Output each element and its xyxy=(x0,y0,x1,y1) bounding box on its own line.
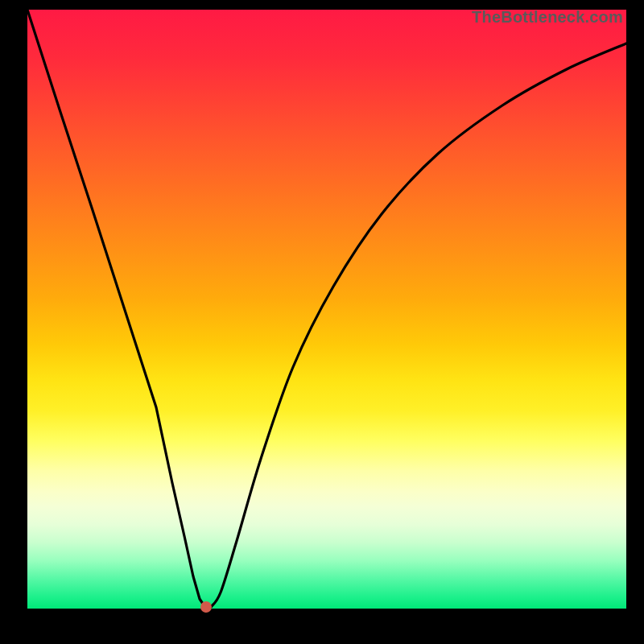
chart-root: TheBottleneck.com xyxy=(0,0,644,644)
curve-svg xyxy=(27,10,626,609)
watermark-text: TheBottleneck.com xyxy=(472,8,623,27)
minimum-dot xyxy=(200,601,212,613)
plot-area: TheBottleneck.com xyxy=(27,10,626,609)
